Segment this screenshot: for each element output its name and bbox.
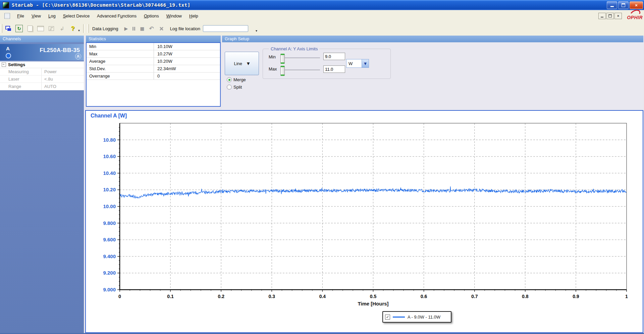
log-file-location-label: Log file location <box>170 26 200 31</box>
menu-item-select-device[interactable]: Select Device <box>59 12 93 19</box>
svg-text:10.20: 10.20 <box>103 187 116 192</box>
merge-radio[interactable]: Merge <box>227 77 246 82</box>
help-button[interactable]: ? <box>68 24 77 33</box>
refresh-button[interactable]: ↻ <box>14 24 24 33</box>
reset-button[interactable]: ↶ <box>149 25 154 32</box>
chart-legend[interactable]: ✓ A - 9.0W - 11.0W <box>382 311 451 323</box>
svg-text:0.3: 0.3 <box>269 294 275 299</box>
step-function-button[interactable] <box>47 24 56 33</box>
svg-text:0.1: 0.1 <box>167 294 174 299</box>
unit-combo[interactable]: W ▼ <box>346 59 369 68</box>
settings-rows: MeasuringPowerLaser<.8uRangeAUTO <box>0 68 84 90</box>
svg-text:1: 1 <box>625 294 628 299</box>
settings-collapse-box[interactable] <box>2 62 6 67</box>
device-manager-button[interactable] <box>4 24 13 33</box>
menu-item-window[interactable]: Window <box>163 12 185 19</box>
chart-panel: Channel A [W] 9.0009.2009.4009.6009.8001… <box>85 110 643 333</box>
legend-checkbox[interactable]: ✓ <box>385 315 390 320</box>
channel-card[interactable]: A FL250A-BB-35 <box>0 44 84 60</box>
pause-button[interactable] <box>132 27 135 31</box>
svg-text:9.200: 9.200 <box>103 270 116 276</box>
toolbar: ↻ ↲ ? ▾ Data Logging ▶ ■ ↶ <box>0 21 644 36</box>
menu-item-log[interactable]: Log <box>45 12 59 19</box>
minimize-button[interactable] <box>607 1 617 9</box>
stop-button[interactable]: ■ <box>140 26 144 31</box>
max-slider-track[interactable] <box>281 69 320 71</box>
max-label: Max <box>269 66 277 71</box>
y-min-input[interactable] <box>323 53 345 60</box>
menu-items: FileViewLogSelect DeviceAdvanced Functio… <box>13 12 202 19</box>
y-axis-limits-group: Channel A: Y Axis Limits Min Max W ▼ <box>263 49 391 79</box>
step-function-icon <box>49 26 54 31</box>
split-radio[interactable]: Split <box>227 85 242 90</box>
statistics-table: Min10.10WMax10.27WAverage10.20WStd.Dev.2… <box>86 42 221 107</box>
document-icon <box>4 13 10 19</box>
svg-text:0.2: 0.2 <box>218 294 224 299</box>
close-button[interactable]: × <box>630 1 643 9</box>
stat-row-max: Max10.27W <box>87 50 220 58</box>
channel-status-dot <box>6 53 11 58</box>
return-button[interactable]: ↲ <box>57 24 67 33</box>
logfile-dropdown-caret[interactable]: ▾ <box>256 29 257 33</box>
settings-block: Settings MeasuringPowerLaser<.8uRangeAUT… <box>0 61 84 90</box>
mdi-minimize-button[interactable] <box>598 13 606 19</box>
mdi-restore-button[interactable] <box>606 13 614 19</box>
toolbar-overflow-caret[interactable]: ▾ <box>78 29 80 32</box>
restore-button[interactable] <box>618 1 629 9</box>
channel-model: FL250A-BB-35 <box>40 47 80 54</box>
chart-plot: 9.0009.2009.4009.6009.80010.0010.2010.40… <box>86 111 643 332</box>
menu-item-options[interactable]: Options <box>140 12 163 19</box>
ophir-logo: OPHIR <box>623 10 643 21</box>
device-manager-icon <box>5 26 11 31</box>
toolbar-grip[interactable] <box>1 24 2 33</box>
svg-text:Time [Hours]: Time [Hours] <box>358 301 388 306</box>
stat-row-average: Average10.20W <box>87 58 220 65</box>
toolbar-separator <box>83 24 85 33</box>
mdi-close-button[interactable]: × <box>614 13 622 19</box>
svg-text:10.80: 10.80 <box>103 137 116 143</box>
menu-item-file[interactable]: File <box>13 12 28 19</box>
max-slider-handle[interactable] <box>280 66 285 76</box>
menu-item-view[interactable]: View <box>28 12 45 19</box>
graph-setup-panel: Graph Setup Line ▼ Channel A: Y Axis Lim… <box>222 36 643 110</box>
title-bar: StarLab - [C:\Users\86136\Documents\Star… <box>0 0 644 10</box>
svg-text:10.00: 10.00 <box>103 203 116 209</box>
y-max-input[interactable] <box>323 65 345 73</box>
svg-text:9.800: 9.800 <box>103 220 116 226</box>
min-label: Min <box>269 54 276 59</box>
svg-text:0: 0 <box>118 294 121 299</box>
chart-title: Channel A [W] <box>91 113 127 119</box>
legend-label: A - 9.0W - 11.0W <box>408 315 440 320</box>
starlab-window: StarLab - [C:\Users\86136\Documents\Star… <box>0 0 644 334</box>
setting-row-range[interactable]: RangeAUTO <box>0 83 84 90</box>
tools-icon[interactable] <box>159 26 164 31</box>
svg-text:0.4: 0.4 <box>319 294 326 299</box>
return-icon: ↲ <box>60 26 64 32</box>
graph-window-button[interactable] <box>36 24 45 33</box>
toolbar-grip-2[interactable] <box>87 24 89 33</box>
setting-row-laser[interactable]: Laser<.8u <box>0 76 84 83</box>
min-slider-handle[interactable] <box>280 54 285 64</box>
copy-button[interactable] <box>25 24 35 33</box>
statistics-panel: Statistics Min10.10WMax10.27WAverage10.2… <box>86 36 221 107</box>
log-file-location-input[interactable] <box>203 25 248 32</box>
menu-item-help[interactable]: Help <box>185 12 202 19</box>
setting-row-measuring[interactable]: MeasuringPower <box>0 68 84 76</box>
channels-sidebar: Channels A FL250A-BB-35 Settings Measuri… <box>0 36 84 333</box>
stat-row-overrange: Overrange0 <box>87 73 220 80</box>
svg-text:9.600: 9.600 <box>103 237 116 242</box>
data-logging-label: Data Logging <box>92 26 118 31</box>
channel-id: A <box>6 46 10 51</box>
collapse-chevron-icon[interactable] <box>75 53 81 59</box>
graph-setup-body: Line ▼ Channel A: Y Axis Limits Min Max … <box>222 42 643 110</box>
legend-line-swatch <box>393 317 405 318</box>
min-slider-track[interactable] <box>281 57 320 59</box>
play-button[interactable]: ▶ <box>124 26 128 31</box>
svg-text:0.8: 0.8 <box>522 294 529 299</box>
unit-value: W <box>346 61 362 66</box>
unit-combo-arrow-icon[interactable]: ▼ <box>362 59 369 67</box>
graph-setup-header: Graph Setup <box>222 36 643 42</box>
graph-type-dropdown[interactable]: Line ▼ <box>225 52 259 75</box>
menu-item-advanced-functions[interactable]: Advanced Functions <box>93 12 140 19</box>
svg-text:9.000: 9.000 <box>103 287 116 292</box>
